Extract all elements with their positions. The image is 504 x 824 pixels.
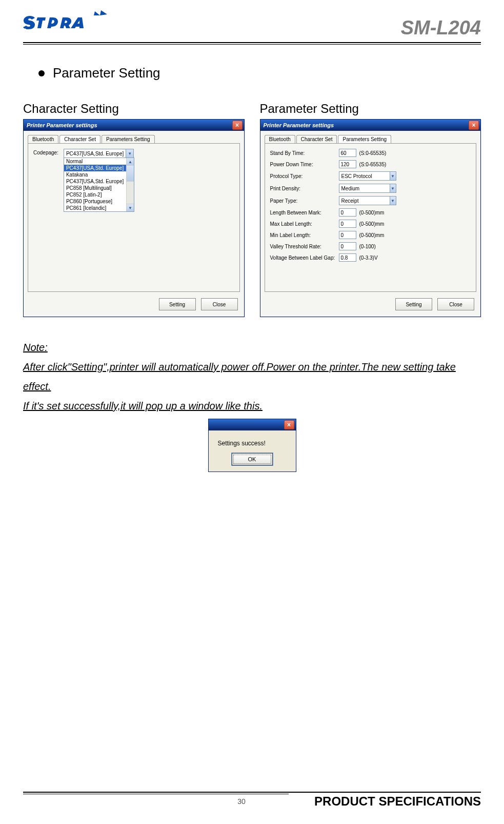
codepage-combobox[interactable]: PC437[USA,Std. Europe] ▼	[64, 149, 134, 158]
length-between-mark-range: (0-500)mm	[359, 210, 385, 215]
valley-threshold-label: Valley Threshold Rate:	[270, 244, 336, 249]
standby-time-label: Stand By Time:	[270, 150, 336, 156]
codepage-label: Codepage:	[33, 150, 58, 155]
header-rule-thick	[23, 42, 481, 43]
tab-bluetooth[interactable]: Bluetooth	[265, 135, 295, 143]
close-button[interactable]: Close	[201, 298, 238, 310]
valley-threshold-input[interactable]	[339, 242, 356, 250]
list-item[interactable]: PC858 [Multilingual]	[64, 185, 126, 191]
standby-time-input[interactable]	[339, 149, 356, 157]
note-line-1: After click"Setting",printer will automa…	[23, 361, 456, 392]
chevron-down-icon[interactable]: ▼	[390, 184, 396, 192]
note-heading: Note:	[23, 342, 48, 353]
powerdown-time-label: Power Down Time:	[270, 162, 336, 167]
close-button[interactable]: Close	[437, 298, 474, 310]
protocol-type-combobox[interactable]: ESC Protocol ▼	[339, 171, 396, 181]
tab-parameters-setting[interactable]: Parameters Setting	[102, 135, 155, 143]
svg-marker-0	[94, 11, 100, 15]
ok-button[interactable]: OK	[232, 453, 273, 465]
codepage-listbox[interactable]: Normal PC437[USA,Std. Europe] Katakana P…	[64, 158, 134, 212]
close-icon[interactable]: ×	[284, 420, 294, 429]
chevron-down-icon[interactable]: ▼	[390, 197, 396, 205]
powerdown-time-range: (S:0-65535)	[359, 162, 387, 167]
powerdown-time-input[interactable]	[339, 160, 356, 168]
min-label-length-input[interactable]	[339, 231, 356, 239]
window-title: Printer Parameter settings	[27, 122, 97, 128]
list-item[interactable]: Normal	[64, 158, 126, 165]
paper-type-label: Paper Type:	[270, 198, 336, 204]
list-item[interactable]: PC860 [Portuguese]	[64, 198, 126, 205]
max-label-length-label: Max Label Length:	[270, 221, 336, 227]
window-titlebar: Printer Parameter settings ×	[260, 120, 481, 131]
tab-bluetooth[interactable]: Bluetooth	[28, 135, 58, 143]
scrollbar-thumb[interactable]	[127, 166, 134, 182]
list-item[interactable]: Katakana	[64, 171, 126, 178]
setting-button[interactable]: Setting	[159, 298, 196, 310]
list-item[interactable]: PC861 [Icelandic]	[64, 205, 126, 211]
print-density-label: Print Density:	[270, 186, 336, 191]
setting-button[interactable]: Setting	[395, 298, 432, 310]
popup-message: Settings success!	[209, 430, 296, 450]
footer-rule	[23, 792, 481, 793]
chevron-down-icon[interactable]: ▼	[126, 149, 133, 158]
footer-spec-label: PRODUCT SPECIFICATIONS	[314, 794, 481, 809]
window-title: Printer Parameter settings	[264, 122, 334, 128]
min-label-length-label: Min Label Length:	[270, 232, 336, 238]
chevron-down-icon[interactable]: ▼	[390, 172, 396, 180]
left-column-title: Character Setting	[23, 102, 245, 116]
voltage-gap-range: (0-3.3)V	[359, 255, 378, 261]
svg-marker-1	[100, 10, 107, 15]
list-item[interactable]: PC437[USA,Std. Europe]	[64, 165, 126, 171]
voltage-gap-label: Voltage Between Label Gap:	[270, 255, 336, 261]
print-density-value: Medium	[339, 186, 390, 191]
scroll-up-icon[interactable]: ▲	[127, 158, 134, 166]
section-title: Parameter Setting	[53, 65, 160, 81]
list-item[interactable]: PC437[USA,Std. Europe]	[64, 178, 126, 185]
max-label-length-input[interactable]	[339, 220, 356, 228]
popup-titlebar: ×	[209, 419, 296, 430]
tab-bar: Bluetooth Character Set Parameters Setti…	[260, 131, 481, 143]
print-density-combobox[interactable]: Medium ▼	[339, 184, 396, 193]
scroll-down-icon[interactable]: ▼	[127, 204, 134, 211]
tab-character-set[interactable]: Character Set	[59, 135, 100, 143]
paper-type-combobox[interactable]: Receipt ▼	[339, 196, 396, 205]
length-between-mark-input[interactable]	[339, 208, 356, 217]
parameter-setting-window: Printer Parameter settings × Bluetooth C…	[260, 119, 481, 317]
brand-logo	[23, 10, 110, 39]
length-between-mark-label: Length Between Mark:	[270, 210, 336, 215]
codepage-selected-value: PC437[USA,Std. Europe]	[64, 151, 126, 156]
success-popup: × Settings success! OK	[208, 419, 296, 472]
voltage-gap-input[interactable]	[339, 253, 356, 262]
list-item[interactable]: PC852 [Latin-2]	[64, 191, 126, 198]
note-line-2: If it's set successfully,it will pop up …	[23, 400, 263, 411]
window-titlebar: Printer Parameter settings ×	[24, 120, 244, 131]
tab-bar: Bluetooth Character Set Parameters Setti…	[24, 131, 244, 143]
valley-threshold-range: (0-100)	[359, 244, 376, 249]
character-setting-window: Printer Parameter settings × Bluetooth C…	[23, 119, 245, 317]
right-column-title: Parameter Setting	[260, 102, 481, 116]
protocol-type-label: Protocol Type:	[270, 173, 336, 179]
paper-type-value: Receipt	[339, 198, 390, 204]
close-icon[interactable]: ×	[232, 121, 243, 130]
standby-time-range: (S:0-65535)	[359, 150, 387, 156]
page-number: 30	[169, 797, 314, 806]
bullet-icon	[38, 70, 45, 76]
scrollbar[interactable]: ▲ ▼	[126, 158, 134, 211]
tab-character-set[interactable]: Character Set	[296, 135, 337, 143]
close-icon[interactable]: ×	[469, 121, 479, 130]
model-label: SM-L204	[401, 17, 481, 39]
max-label-length-range: (0-500)mm	[359, 221, 385, 227]
header-rule-thin	[23, 44, 481, 45]
tab-parameters-setting[interactable]: Parameters Setting	[338, 135, 391, 143]
protocol-type-value: ESC Protocol	[339, 173, 390, 179]
min-label-length-range: (0-500)mm	[359, 232, 385, 238]
